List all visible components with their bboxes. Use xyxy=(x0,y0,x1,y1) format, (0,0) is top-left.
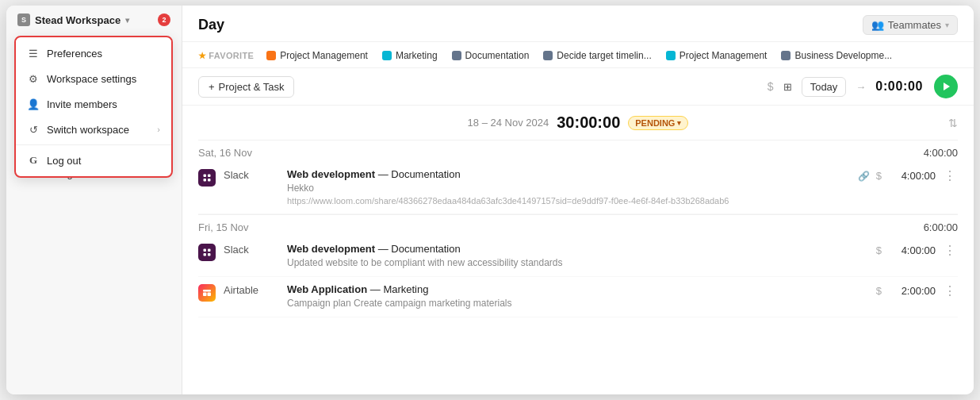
switch-workspace-label: Switch workspace xyxy=(47,124,129,136)
fav-dot-3 xyxy=(543,51,553,60)
svg-rect-6 xyxy=(208,249,211,252)
invite-members-label: Invite members xyxy=(47,98,117,110)
plus-icon: + xyxy=(209,81,215,93)
day-total-sat: 4:00:00 xyxy=(924,147,958,159)
fav-item-0[interactable]: Project Management xyxy=(260,48,374,63)
filter-icon[interactable]: ⇅ xyxy=(948,117,958,129)
pending-label: PENDING xyxy=(635,118,675,128)
day-header-sat: Sat, 16 Nov 4:00:00 xyxy=(198,140,958,162)
entry-more-2[interactable]: ⋮ xyxy=(942,283,958,298)
svg-rect-3 xyxy=(204,179,207,182)
fav-name-1: Marketing xyxy=(396,50,438,61)
entry-dollar-0: $ xyxy=(876,170,882,182)
entry-time-0: 4:00:00 xyxy=(888,170,936,182)
workspace-icon: S xyxy=(17,13,30,26)
day-header-fri: Fri, 15 Nov 6:00:00 xyxy=(198,214,958,237)
entry-app-name-0: Slack xyxy=(224,168,279,181)
fav-dot-5 xyxy=(781,51,791,60)
add-task-button[interactable]: + Project & Task xyxy=(198,76,294,98)
log-out-label: Log out xyxy=(47,155,81,167)
switch-arrow-icon: › xyxy=(157,125,160,134)
play-button[interactable] xyxy=(934,75,958,98)
dollar-icon: $ xyxy=(768,80,774,93)
entry-desc-2: Campaign plan Create campaign marketing … xyxy=(287,297,863,310)
favorites-bar: ★ FAVORITE Project Management Marketing … xyxy=(182,42,974,68)
dropdown-item-invite-members[interactable]: 👤 Invite members xyxy=(16,91,171,117)
star-icon: ★ xyxy=(198,51,206,61)
entry-main-2: Web Application — Marketing Campaign pla… xyxy=(287,283,863,310)
switch-workspace-icon: ↺ xyxy=(27,123,40,136)
entry-title-1: Web development — Documentation xyxy=(287,243,863,255)
fav-name-3: Decide target timelin... xyxy=(557,50,651,61)
teammates-button[interactable]: 👥 Teammates ▾ xyxy=(863,15,958,35)
notification-badge[interactable]: 2 xyxy=(158,13,170,26)
preferences-label: Preferences xyxy=(47,48,102,60)
timer-bar: + Project & Task $ ⊞ Today → 0:00:00 xyxy=(182,68,974,106)
entry-desc-1: Updated website to be compliant with new… xyxy=(287,256,863,270)
entry-right-0: 🔗 $ 4:00:00 ⋮ xyxy=(858,168,958,183)
slack-app-icon-0 xyxy=(198,169,216,187)
today-button[interactable]: Today xyxy=(802,77,847,97)
entry-app-name-2: Airtable xyxy=(224,283,279,296)
dropdown-item-switch-workspace[interactable]: ↺ Switch workspace › xyxy=(16,117,171,142)
workspace-dropdown-menu: ☰ Preferences ⚙ Workspace settings 👤 Inv… xyxy=(14,36,173,178)
log-out-icon: G xyxy=(27,154,40,167)
svg-rect-2 xyxy=(208,175,211,178)
entry-dollar-2: $ xyxy=(876,285,882,297)
entry-more-0[interactable]: ⋮ xyxy=(942,168,958,183)
topbar: Day 👥 Teammates ▾ xyxy=(182,6,974,42)
content-area: 18 – 24 Nov 2024 30:00:00 PENDING ▾ ⇅ Sa… xyxy=(182,106,974,394)
day-label-sat: Sat, 16 Nov xyxy=(198,147,252,159)
sidebar: S Stead Workspace ▾ 2 ☰ Preferences ⚙ Wo… xyxy=(6,6,182,394)
dropdown-item-log-out[interactable]: G Log out xyxy=(16,148,171,173)
grid-icon: ⊞ xyxy=(783,81,792,93)
entry-title-0: Web development — Documentation xyxy=(287,168,850,180)
svg-rect-8 xyxy=(208,253,211,256)
day-section-sat-16-nov: Sat, 16 Nov 4:00:00 Slack xyxy=(182,140,974,214)
fav-dot-1 xyxy=(382,51,392,60)
fav-name-0: Project Management xyxy=(280,50,368,61)
workspace-header[interactable]: S Stead Workspace ▾ 2 xyxy=(6,6,182,33)
teammates-icon: 👥 xyxy=(871,19,884,31)
fav-name-4: Project Management xyxy=(679,50,768,61)
svg-rect-7 xyxy=(204,253,207,256)
fav-item-2[interactable]: Documentation xyxy=(446,48,536,63)
teammates-chevron-icon: ▾ xyxy=(945,21,949,29)
pending-badge[interactable]: PENDING ▾ xyxy=(628,116,688,130)
fav-item-1[interactable]: Marketing xyxy=(376,48,444,63)
slack-app-icon-1 xyxy=(198,244,216,261)
svg-rect-1 xyxy=(204,175,207,178)
svg-rect-5 xyxy=(204,249,207,252)
entry-title-2: Web Application — Marketing xyxy=(287,283,863,295)
entry-time-2: 2:00:00 xyxy=(888,285,936,297)
fav-item-5[interactable]: Business Developme... xyxy=(775,48,898,63)
fav-item-4[interactable]: Project Management xyxy=(660,48,774,63)
chevron-down-icon: ▾ xyxy=(125,16,129,25)
dropdown-divider xyxy=(16,144,171,145)
entry-right-1: $ 4:00:00 ⋮ xyxy=(871,243,958,258)
favorites-label: ★ FAVORITE xyxy=(198,51,254,61)
day-label-fri: Fri, 15 Nov xyxy=(198,221,249,233)
time-entry-0: Slack Web development — Documentation He… xyxy=(198,162,958,214)
slack-logo-1 xyxy=(202,248,212,257)
dropdown-item-preferences[interactable]: ☰ Preferences xyxy=(16,40,171,66)
add-task-label: Project & Task xyxy=(219,81,285,93)
fav-item-3[interactable]: Decide target timelin... xyxy=(537,48,657,63)
entry-more-1[interactable]: ⋮ xyxy=(942,243,958,258)
fav-name-5: Business Developme... xyxy=(794,50,892,61)
svg-rect-4 xyxy=(208,179,211,182)
link-icon-0: 🔗 xyxy=(858,171,870,182)
time-entry-2: Airtable Web Application — Marketing Cam… xyxy=(198,277,958,317)
fav-dot-0 xyxy=(266,51,276,60)
week-header: 18 – 24 Nov 2024 30:00:00 PENDING ▾ ⇅ xyxy=(182,106,974,140)
day-total-fri: 6:00:00 xyxy=(924,221,958,233)
entry-desc-0: Hekko https://www.loom.com/share/4836627… xyxy=(287,182,850,207)
arrow-right-icon: → xyxy=(856,81,866,93)
entry-right-2: $ 2:00:00 ⋮ xyxy=(871,283,958,298)
airtable-logo xyxy=(202,288,212,298)
dropdown-item-workspace-settings[interactable]: ⚙ Workspace settings xyxy=(16,66,171,91)
time-entry-1: Slack Web development — Documentation Up… xyxy=(198,237,958,277)
teammates-label: Teammates xyxy=(888,19,941,31)
page-title: Day xyxy=(198,17,224,33)
entry-main-1: Web development — Documentation Updated … xyxy=(287,243,863,270)
